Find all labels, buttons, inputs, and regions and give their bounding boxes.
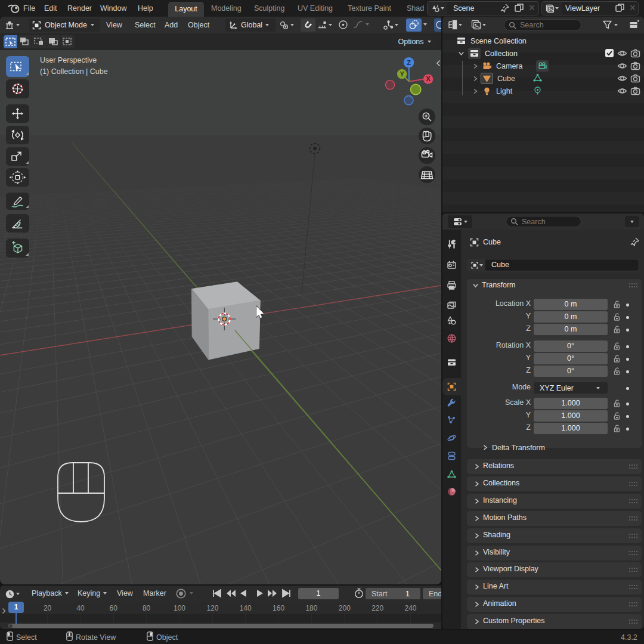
svg-text:120: 120 xyxy=(206,604,218,612)
svg-text:20: 20 xyxy=(44,604,52,612)
svg-text:180: 180 xyxy=(305,604,317,612)
svg-text:X: X xyxy=(426,75,431,82)
svg-text:160: 160 xyxy=(273,604,284,612)
svg-text:220: 220 xyxy=(371,604,383,612)
svg-text:200: 200 xyxy=(339,604,351,612)
svg-text:60: 60 xyxy=(110,604,118,612)
svg-text:Y: Y xyxy=(400,70,404,78)
svg-text:140: 140 xyxy=(240,604,252,612)
svg-text:80: 80 xyxy=(143,604,151,612)
svg-text:40: 40 xyxy=(76,604,85,612)
svg-text:240: 240 xyxy=(404,604,416,612)
svg-text:Z: Z xyxy=(407,59,411,66)
svg-text:100: 100 xyxy=(174,604,185,612)
